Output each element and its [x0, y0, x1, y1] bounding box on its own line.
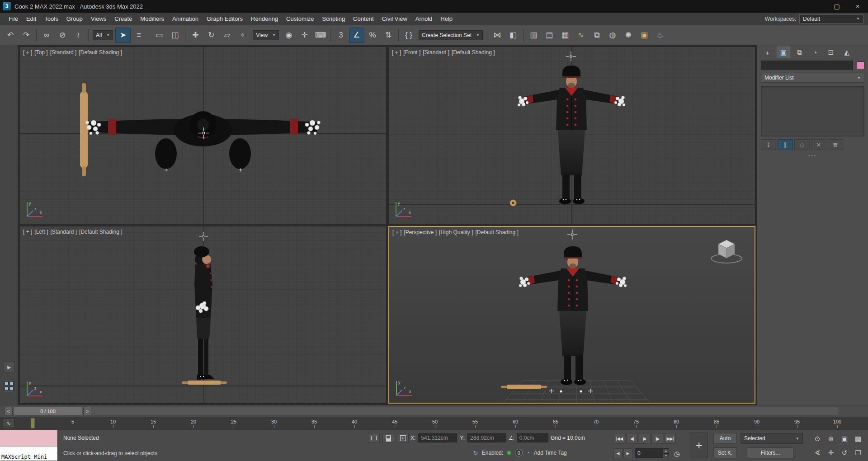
menu-edit[interactable]: Edit	[22, 13, 40, 25]
menu-tools[interactable]: Tools	[40, 13, 62, 25]
key-filter-dropdown[interactable]: Selected ▼	[741, 433, 803, 444]
close-button[interactable]: ×	[847, 0, 868, 13]
previous-frame-button[interactable]: ◀|	[626, 433, 638, 444]
panel-resize-handle[interactable]: •••	[757, 153, 868, 158]
previous-key-button[interactable]: ◀	[613, 448, 623, 458]
select-and-place-icon[interactable]: ⌖	[235, 28, 250, 43]
maximize-button[interactable]: ▢	[826, 0, 847, 13]
menu-file[interactable]: File	[5, 13, 22, 25]
mirror-icon[interactable]: ⋈	[490, 28, 505, 43]
viewport-shading-menu[interactable]: [Default Shading ]	[79, 49, 122, 56]
configure-modifier-sets-button[interactable]: ≣	[828, 139, 843, 150]
spin-up-icon[interactable]: ▲	[663, 449, 669, 454]
viewport-render-preset-menu[interactable]: [Standard ]	[50, 49, 77, 56]
play-button[interactable]: ▶	[639, 433, 651, 444]
view-cube[interactable]	[708, 232, 745, 268]
viewport-general-menu[interactable]: [ + ]	[23, 49, 32, 56]
time-spinner[interactable]: ▲▼	[663, 449, 669, 458]
utilities-tab[interactable]: ◭	[840, 47, 854, 58]
z-coordinate-field[interactable]: 0,0cm	[517, 433, 548, 442]
viewport-render-preset-menu[interactable]: [Standard ]	[50, 229, 77, 235]
isolate-selection-toggle-button[interactable]	[368, 433, 380, 443]
named-selection-sets-dropdown[interactable]: Create Selection Set▼	[419, 30, 483, 40]
pin-stack-button[interactable]: ↧	[761, 139, 776, 150]
remove-modifier-button[interactable]: ✕	[811, 139, 826, 150]
maximize-viewport-toggle-icon[interactable]: ❒	[852, 446, 864, 459]
viewport-render-preset-menu[interactable]: [High Quality ]	[439, 229, 473, 235]
menu-help[interactable]: Help	[436, 13, 457, 25]
auto-key-button[interactable]: Auto	[713, 433, 737, 444]
viewport-render-preset-menu[interactable]: [Standard ]	[423, 49, 449, 56]
select-object-icon[interactable]: ➤	[115, 28, 131, 43]
unlink-selection-icon[interactable]: ⊘	[55, 28, 70, 43]
menu-views[interactable]: Views	[87, 13, 110, 25]
viewport-shading-menu[interactable]: [Default Shading ]	[79, 229, 122, 235]
bind-to-space-warp-icon[interactable]: ≀	[71, 28, 86, 43]
selection-lock-toggle-button[interactable]	[382, 433, 394, 443]
material-editor-icon[interactable]: ◍	[605, 28, 620, 43]
viewport-layout-tab-button[interactable]	[4, 380, 14, 392]
viewport-top[interactable]: [ + ][Top ][Standard ][Default Shading ]	[19, 47, 387, 224]
toggle-ribbon-icon[interactable]: ▦	[557, 28, 573, 43]
next-frame-button[interactable]: |▶	[651, 433, 663, 444]
create-tab[interactable]: +	[761, 47, 774, 58]
viewport-general-menu[interactable]: [ + ]	[392, 229, 401, 235]
viewport-shading-menu[interactable]: [Default Shading ]	[452, 49, 495, 56]
curve-editor-icon[interactable]: ∿	[573, 28, 589, 43]
current-frame-marker[interactable]	[31, 418, 35, 428]
set-keys-button[interactable]: +	[690, 433, 708, 458]
zoom-extents-icon[interactable]: ▣	[838, 432, 851, 445]
select-by-name-icon[interactable]: ≡	[131, 28, 146, 43]
menu-civil-view[interactable]: Civil View	[378, 13, 411, 25]
display-tab[interactable]: ⊡	[824, 47, 838, 58]
use-pivot-point-center-icon[interactable]: ◉	[281, 28, 297, 43]
minimize-button[interactable]: –	[806, 0, 826, 13]
viewport-front[interactable]: [ + ][Front ][Standard ][Default Shading…	[388, 47, 755, 224]
menu-group[interactable]: Group	[62, 13, 87, 25]
go-to-start-button[interactable]: |◀◀	[613, 433, 625, 444]
motion-tab[interactable]: ◔	[808, 47, 822, 58]
app-icon[interactable]: 3	[3, 2, 11, 10]
time-configuration-button[interactable]: ◷	[672, 449, 682, 459]
time-slider-handle[interactable]: 0 / 100	[14, 407, 82, 415]
render-setup-icon[interactable]: ✺	[621, 28, 636, 43]
expand-layout-tabs-button[interactable]: ▶	[4, 362, 14, 372]
keyboard-shortcut-override-icon[interactable]: ⌨	[313, 28, 328, 43]
x-coordinate-field[interactable]: 541,312cm	[418, 433, 457, 442]
absolute-mode-toggle-button[interactable]	[397, 433, 409, 443]
viewport-perspective[interactable]: [ + ][Perspective ][High Quality ][Defau…	[388, 226, 755, 404]
selection-filter-dropdown[interactable]: All▼	[93, 30, 113, 40]
menu-scripting[interactable]: Scripting	[318, 13, 349, 25]
viewport-left[interactable]: [ + ][Left ][Standard ][Default Shading …	[19, 226, 387, 404]
next-key-button[interactable]: ▶	[623, 448, 632, 458]
angle-snap-toggle-icon[interactable]: ∠	[349, 28, 364, 43]
show-end-result-button[interactable]: ∥	[778, 139, 793, 150]
object-color-swatch[interactable]	[857, 61, 864, 69]
menu-customize[interactable]: Customize	[282, 13, 318, 25]
listener-line[interactable]: MAXScript Mini	[0, 447, 57, 461]
add-time-tag[interactable]: Add Time Tag	[534, 450, 567, 456]
spin-down-icon[interactable]: ▼	[663, 454, 669, 458]
modifier-list-dropdown[interactable]: Modifier List ▼	[761, 73, 864, 83]
select-and-move-icon[interactable]: ✚	[188, 28, 203, 43]
open-mini-curve-editor-button[interactable]: ∿	[3, 419, 14, 428]
object-name-field[interactable]	[761, 61, 853, 70]
select-and-manipulate-icon[interactable]: ✛	[297, 28, 312, 43]
field-of-view-icon[interactable]: ∢	[811, 446, 824, 459]
viewport-pov-menu[interactable]: [Perspective ]	[404, 229, 437, 235]
timeline-ruler[interactable]: ∿ 51015202530354045505560657075808590951…	[0, 417, 868, 430]
menu-graph-editors[interactable]: Graph Editors	[203, 13, 247, 25]
maxscript-mini-listener[interactable]: MAXScript Mini	[0, 430, 58, 461]
toggle-layer-explorer-icon[interactable]: ▤	[542, 28, 557, 43]
next-frame-step-button[interactable]: >	[83, 407, 91, 415]
redo-icon[interactable]: ↷	[19, 28, 34, 43]
y-coordinate-field[interactable]: 268,92cm	[467, 433, 506, 442]
rendered-frame-window-icon[interactable]: ▣	[637, 28, 652, 43]
go-to-end-button[interactable]: ▶▶|	[664, 433, 676, 444]
menu-rendering[interactable]: Rendering	[247, 13, 282, 25]
menu-animation[interactable]: Animation	[168, 13, 203, 25]
sync-status-icon[interactable]: ↻	[473, 449, 478, 456]
previous-frame-step-button[interactable]: <	[5, 407, 13, 415]
window-crossing-icon[interactable]: ◫	[167, 28, 183, 43]
select-and-link-icon[interactable]: ∞	[39, 28, 54, 43]
